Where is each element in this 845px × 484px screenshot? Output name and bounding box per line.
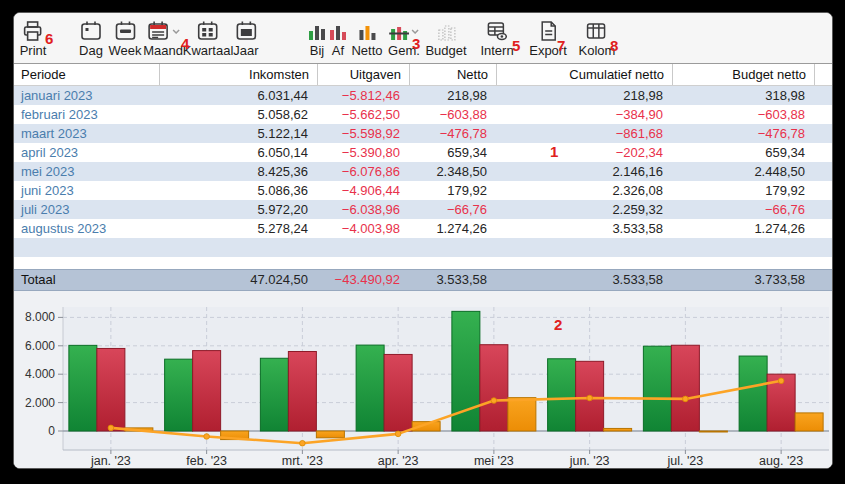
svg-text:mrt. '23: mrt. '23: [282, 454, 323, 468]
table-header: PeriodeInkomstenUitgavenNettoCumulatief …: [14, 64, 832, 86]
table-row[interactable]: mei 20238.425,36−6.076,862.348,502.146,1…: [14, 162, 832, 181]
print-button[interactable]: Print: [20, 18, 47, 58]
toolbar: Print Dag Week: [14, 13, 832, 64]
value-cell: 6.031,44: [160, 86, 318, 105]
value-cell: 2.259,32: [497, 200, 673, 219]
income-bars-icon: [307, 18, 327, 42]
total-value-cell: 3.533,58: [410, 270, 497, 290]
column-header[interactable]: Periode: [14, 64, 160, 85]
intern-label: Intern: [480, 43, 513, 58]
period-chart: 02.0004.0006.0008.000jan. '23feb. '23mrt…: [14, 291, 832, 468]
calendar-month-icon: [143, 18, 183, 42]
column-header[interactable]: Inkomsten: [160, 64, 318, 85]
bij-button[interactable]: Bij: [307, 18, 327, 58]
calendar-year-icon: [233, 18, 258, 42]
callout-1: 1: [550, 144, 558, 159]
table-total-spacer: [14, 257, 832, 269]
column-header[interactable]: Uitgaven: [318, 64, 410, 85]
value-cell: −603,88: [673, 105, 815, 124]
table-row[interactable]: augustus 20235.278,24−4.003,981.274,263.…: [14, 219, 832, 238]
screenshot-root: { "toolbar": { "print": {"label": "Print…: [0, 0, 845, 484]
budget-button[interactable]: Budget: [425, 18, 466, 58]
svg-text:6.000: 6.000: [25, 339, 55, 353]
table-body: januari 20236.031,44−5.812,46218,98218,9…: [14, 86, 832, 257]
kwartaal-button[interactable]: Kwartaal: [183, 18, 234, 58]
value-cell: [318, 238, 410, 257]
chevron-down-icon: [172, 29, 180, 34]
table-row[interactable]: juli 20235.972,20−6.038,96−66,762.259,32…: [14, 200, 832, 219]
maand-label: Maand: [143, 43, 183, 58]
filler-cell: [815, 86, 832, 105]
value-cell: 1.274,26: [673, 219, 815, 238]
column-header[interactable]: Cumulatief netto: [497, 64, 673, 85]
value-cell: −476,78: [673, 124, 815, 143]
value-cell: −4.906,44: [318, 181, 410, 200]
callout-3: 3: [412, 36, 420, 51]
dag-button[interactable]: Dag: [79, 18, 103, 58]
week-button[interactable]: Week: [109, 18, 142, 58]
jaar-label: Jaar: [233, 43, 258, 58]
netto-button[interactable]: Netto: [351, 18, 382, 58]
svg-text:jul. '23: jul. '23: [667, 454, 704, 468]
value-cell: −5.390,80: [318, 143, 410, 162]
calendar-quarter-icon: [183, 18, 234, 42]
table-row[interactable]: februari 20235.058,62−5.662,50−603,88−38…: [14, 105, 832, 124]
svg-text:apr. '23: apr. '23: [378, 454, 419, 468]
callout-7: 7: [557, 38, 565, 53]
value-cell: 218,98: [497, 86, 673, 105]
svg-text:feb. '23: feb. '23: [186, 454, 227, 468]
value-cell: 1.274,26: [410, 219, 497, 238]
kwartaal-label: Kwartaal: [183, 43, 234, 58]
callout-2: 2: [554, 317, 562, 332]
value-cell: 2.146,16: [497, 162, 673, 181]
value-cell: 5.122,14: [160, 124, 318, 143]
netto-label: Netto: [351, 43, 382, 58]
netto-bars-icon: [351, 18, 382, 42]
svg-text:jun. '23: jun. '23: [569, 454, 610, 468]
value-cell: 2.348,50: [410, 162, 497, 181]
filler-cell: [815, 181, 832, 200]
value-cell: −202,34: [497, 143, 673, 162]
value-cell: 5.972,20: [160, 200, 318, 219]
svg-text:mei '23: mei '23: [474, 454, 514, 468]
value-cell: 2.326,08: [497, 181, 673, 200]
budget-label: Budget: [425, 43, 466, 58]
table-row[interactable]: maart 20235.122,14−5.598,92−476,78−861,6…: [14, 124, 832, 143]
value-cell: −66,76: [410, 200, 497, 219]
printer-icon: [20, 18, 47, 42]
period-cell: augustus 2023: [14, 219, 160, 238]
svg-text:2.000: 2.000: [25, 396, 55, 410]
calendar-day-icon: [79, 18, 103, 42]
svg-text:0: 0: [48, 424, 55, 438]
period-cell: juni 2023: [14, 181, 160, 200]
table-row[interactable]: april 20236.050,14−5.390,80659,34−202,34…: [14, 143, 832, 162]
value-cell: −6.076,86: [318, 162, 410, 181]
column-header[interactable]: Budget netto: [673, 64, 815, 85]
value-cell: −5.662,50: [318, 105, 410, 124]
filler-cell: [815, 105, 832, 124]
af-label: Af: [328, 43, 348, 58]
total-value-cell: 3.533,58: [497, 270, 673, 290]
table-row[interactable]: juni 20235.086,36−4.906,44179,922.326,08…: [14, 181, 832, 200]
period-cell: mei 2023: [14, 162, 160, 181]
value-cell: 5.278,24: [160, 219, 318, 238]
chevron-down-icon: [411, 29, 419, 34]
value-cell: 5.058,62: [160, 105, 318, 124]
svg-text:aug. '23: aug. '23: [759, 454, 803, 468]
af-button[interactable]: Af: [328, 18, 348, 58]
maand-button[interactable]: Maand: [143, 18, 183, 58]
filler-cell: [815, 124, 832, 143]
svg-text:4.000: 4.000: [25, 367, 55, 381]
period-cell: maart 2023: [14, 124, 160, 143]
value-cell: −5.812,46: [318, 86, 410, 105]
value-cell: 2.448,50: [673, 162, 815, 181]
period-cell: juli 2023: [14, 200, 160, 219]
callout-5: 5: [512, 38, 520, 53]
column-header[interactable]: Netto: [410, 64, 497, 85]
table-total-row: Totaal47.024,50−43.490,923.533,583.533,5…: [14, 269, 832, 291]
table-row[interactable]: januari 20236.031,44−5.812,46218,98218,9…: [14, 86, 832, 105]
intern-button[interactable]: Intern: [480, 18, 513, 58]
table-row-empty[interactable]: [14, 238, 832, 257]
value-cell: −861,68: [497, 124, 673, 143]
jaar-button[interactable]: Jaar: [233, 18, 258, 58]
